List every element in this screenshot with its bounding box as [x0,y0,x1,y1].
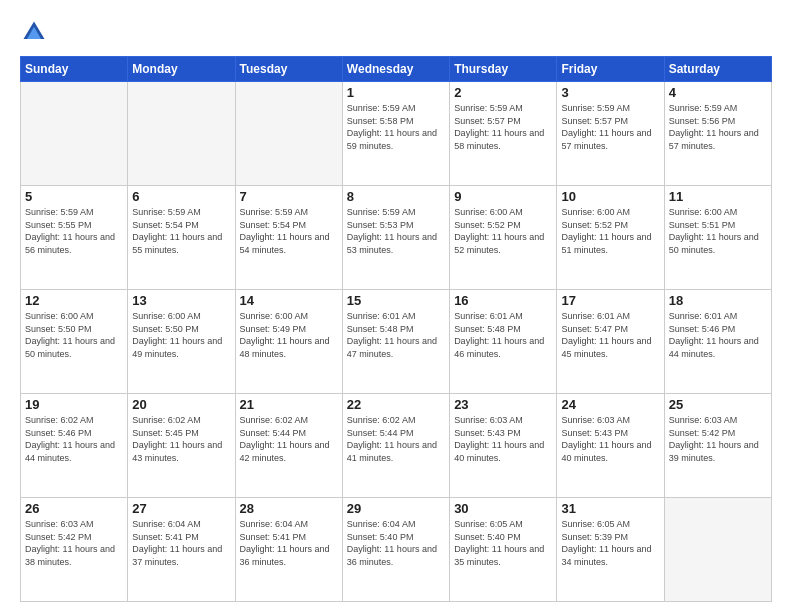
calendar-cell: 25Sunrise: 6:03 AMSunset: 5:42 PMDayligh… [664,394,771,498]
calendar-cell: 7Sunrise: 5:59 AMSunset: 5:54 PMDaylight… [235,186,342,290]
day-number: 30 [454,501,552,516]
day-number: 20 [132,397,230,412]
day-number: 23 [454,397,552,412]
day-info: Sunrise: 6:02 AMSunset: 5:44 PMDaylight:… [240,414,338,464]
day-number: 5 [25,189,123,204]
calendar-weekday-wednesday: Wednesday [342,57,449,82]
day-number: 26 [25,501,123,516]
day-number: 14 [240,293,338,308]
day-info: Sunrise: 6:00 AMSunset: 5:50 PMDaylight:… [132,310,230,360]
day-number: 27 [132,501,230,516]
calendar-cell: 21Sunrise: 6:02 AMSunset: 5:44 PMDayligh… [235,394,342,498]
calendar-week-row: 5Sunrise: 5:59 AMSunset: 5:55 PMDaylight… [21,186,772,290]
calendar-cell: 10Sunrise: 6:00 AMSunset: 5:52 PMDayligh… [557,186,664,290]
day-info: Sunrise: 6:01 AMSunset: 5:48 PMDaylight:… [347,310,445,360]
header [20,18,772,46]
day-number: 22 [347,397,445,412]
calendar-weekday-saturday: Saturday [664,57,771,82]
day-number: 28 [240,501,338,516]
day-number: 6 [132,189,230,204]
day-info: Sunrise: 5:59 AMSunset: 5:58 PMDaylight:… [347,102,445,152]
calendar-cell: 2Sunrise: 5:59 AMSunset: 5:57 PMDaylight… [450,82,557,186]
day-number: 3 [561,85,659,100]
calendar-week-row: 1Sunrise: 5:59 AMSunset: 5:58 PMDaylight… [21,82,772,186]
day-number: 21 [240,397,338,412]
calendar-weekday-sunday: Sunday [21,57,128,82]
day-number: 13 [132,293,230,308]
calendar-cell: 17Sunrise: 6:01 AMSunset: 5:47 PMDayligh… [557,290,664,394]
calendar-cell: 6Sunrise: 5:59 AMSunset: 5:54 PMDaylight… [128,186,235,290]
calendar-weekday-friday: Friday [557,57,664,82]
calendar-cell: 29Sunrise: 6:04 AMSunset: 5:40 PMDayligh… [342,498,449,602]
day-info: Sunrise: 6:00 AMSunset: 5:51 PMDaylight:… [669,206,767,256]
day-info: Sunrise: 6:01 AMSunset: 5:46 PMDaylight:… [669,310,767,360]
day-number: 25 [669,397,767,412]
calendar-cell: 28Sunrise: 6:04 AMSunset: 5:41 PMDayligh… [235,498,342,602]
calendar-cell: 26Sunrise: 6:03 AMSunset: 5:42 PMDayligh… [21,498,128,602]
calendar-cell: 12Sunrise: 6:00 AMSunset: 5:50 PMDayligh… [21,290,128,394]
calendar-table: SundayMondayTuesdayWednesdayThursdayFrid… [20,56,772,602]
day-info: Sunrise: 6:04 AMSunset: 5:41 PMDaylight:… [240,518,338,568]
day-info: Sunrise: 5:59 AMSunset: 5:54 PMDaylight:… [240,206,338,256]
calendar-cell: 18Sunrise: 6:01 AMSunset: 5:46 PMDayligh… [664,290,771,394]
day-info: Sunrise: 6:02 AMSunset: 5:46 PMDaylight:… [25,414,123,464]
day-number: 9 [454,189,552,204]
day-number: 10 [561,189,659,204]
calendar-cell: 9Sunrise: 6:00 AMSunset: 5:52 PMDaylight… [450,186,557,290]
day-info: Sunrise: 6:00 AMSunset: 5:49 PMDaylight:… [240,310,338,360]
day-info: Sunrise: 6:01 AMSunset: 5:47 PMDaylight:… [561,310,659,360]
day-info: Sunrise: 6:04 AMSunset: 5:40 PMDaylight:… [347,518,445,568]
calendar-cell: 13Sunrise: 6:00 AMSunset: 5:50 PMDayligh… [128,290,235,394]
calendar-cell: 20Sunrise: 6:02 AMSunset: 5:45 PMDayligh… [128,394,235,498]
day-info: Sunrise: 6:04 AMSunset: 5:41 PMDaylight:… [132,518,230,568]
day-info: Sunrise: 6:03 AMSunset: 5:43 PMDaylight:… [454,414,552,464]
day-info: Sunrise: 6:03 AMSunset: 5:43 PMDaylight:… [561,414,659,464]
calendar-week-row: 19Sunrise: 6:02 AMSunset: 5:46 PMDayligh… [21,394,772,498]
calendar-cell [21,82,128,186]
calendar-cell: 3Sunrise: 5:59 AMSunset: 5:57 PMDaylight… [557,82,664,186]
day-info: Sunrise: 6:02 AMSunset: 5:45 PMDaylight:… [132,414,230,464]
day-number: 31 [561,501,659,516]
day-number: 18 [669,293,767,308]
day-number: 17 [561,293,659,308]
calendar-weekday-tuesday: Tuesday [235,57,342,82]
calendar-cell: 22Sunrise: 6:02 AMSunset: 5:44 PMDayligh… [342,394,449,498]
calendar-cell: 23Sunrise: 6:03 AMSunset: 5:43 PMDayligh… [450,394,557,498]
calendar-cell: 1Sunrise: 5:59 AMSunset: 5:58 PMDaylight… [342,82,449,186]
calendar-cell [128,82,235,186]
day-info: Sunrise: 6:00 AMSunset: 5:52 PMDaylight:… [454,206,552,256]
day-info: Sunrise: 6:05 AMSunset: 5:39 PMDaylight:… [561,518,659,568]
calendar-cell: 27Sunrise: 6:04 AMSunset: 5:41 PMDayligh… [128,498,235,602]
logo [20,18,52,46]
day-number: 24 [561,397,659,412]
day-info: Sunrise: 6:02 AMSunset: 5:44 PMDaylight:… [347,414,445,464]
calendar-week-row: 26Sunrise: 6:03 AMSunset: 5:42 PMDayligh… [21,498,772,602]
calendar-cell: 14Sunrise: 6:00 AMSunset: 5:49 PMDayligh… [235,290,342,394]
day-number: 12 [25,293,123,308]
calendar-cell: 16Sunrise: 6:01 AMSunset: 5:48 PMDayligh… [450,290,557,394]
day-number: 2 [454,85,552,100]
day-info: Sunrise: 6:00 AMSunset: 5:52 PMDaylight:… [561,206,659,256]
logo-icon [20,18,48,46]
day-info: Sunrise: 5:59 AMSunset: 5:53 PMDaylight:… [347,206,445,256]
day-number: 29 [347,501,445,516]
day-number: 4 [669,85,767,100]
calendar-cell: 11Sunrise: 6:00 AMSunset: 5:51 PMDayligh… [664,186,771,290]
calendar-week-row: 12Sunrise: 6:00 AMSunset: 5:50 PMDayligh… [21,290,772,394]
calendar-header-row: SundayMondayTuesdayWednesdayThursdayFrid… [21,57,772,82]
day-number: 15 [347,293,445,308]
day-info: Sunrise: 5:59 AMSunset: 5:57 PMDaylight:… [561,102,659,152]
day-number: 19 [25,397,123,412]
calendar-cell: 24Sunrise: 6:03 AMSunset: 5:43 PMDayligh… [557,394,664,498]
calendar-cell: 15Sunrise: 6:01 AMSunset: 5:48 PMDayligh… [342,290,449,394]
day-info: Sunrise: 6:01 AMSunset: 5:48 PMDaylight:… [454,310,552,360]
day-number: 7 [240,189,338,204]
calendar-weekday-monday: Monday [128,57,235,82]
day-info: Sunrise: 6:03 AMSunset: 5:42 PMDaylight:… [669,414,767,464]
calendar-cell: 31Sunrise: 6:05 AMSunset: 5:39 PMDayligh… [557,498,664,602]
day-info: Sunrise: 6:05 AMSunset: 5:40 PMDaylight:… [454,518,552,568]
day-info: Sunrise: 5:59 AMSunset: 5:54 PMDaylight:… [132,206,230,256]
day-info: Sunrise: 5:59 AMSunset: 5:57 PMDaylight:… [454,102,552,152]
calendar-cell: 8Sunrise: 5:59 AMSunset: 5:53 PMDaylight… [342,186,449,290]
day-number: 16 [454,293,552,308]
